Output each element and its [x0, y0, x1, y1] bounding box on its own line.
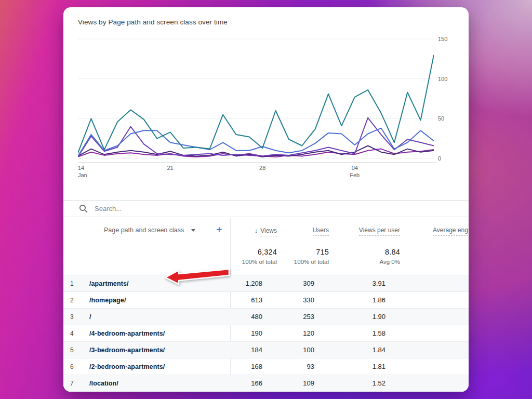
y-axis-tick: 0	[438, 155, 441, 162]
row-users-value: 120	[262, 329, 314, 337]
row-views-per-user-value: 1.81	[314, 363, 385, 370]
row-views-value: 190	[216, 329, 262, 337]
row-views-value: 168	[216, 363, 262, 370]
table-totals-row: 6,324 100% of total 715 100% of total 8.…	[63, 248, 469, 275]
row-page-path: /	[89, 313, 216, 321]
analytics-report-card: Views by Page path and screen class over…	[63, 7, 469, 392]
row-users-value: 330	[262, 296, 314, 304]
row-views-value: 613	[216, 296, 262, 304]
dimension-dropdown-label: Page path and screen class	[104, 227, 184, 234]
row-views-per-user-value: 1.86	[314, 296, 385, 304]
row-page-path: /4-bedroom-apartments/	[89, 330, 216, 337]
row-users-value: 100	[262, 346, 314, 354]
row-index: 2	[63, 297, 89, 304]
row-page-path: /3-bedroom-apartments/	[89, 347, 216, 354]
y-axis-tick: 50	[438, 115, 444, 122]
chart-title: Views by Page path and screen class over…	[78, 18, 228, 26]
column-header-users[interactable]: Users	[313, 227, 329, 234]
row-users-value: 93	[262, 363, 314, 370]
row-index: 7	[63, 380, 89, 387]
row-views-per-user-value: 1.90	[314, 313, 385, 321]
chart-x-axis-line	[78, 162, 436, 163]
x-axis-tick: 14Jan	[78, 164, 87, 179]
row-views-per-user-value: 1.84	[314, 346, 385, 354]
x-axis-tick: 04Feb	[350, 164, 360, 179]
table-body: 1 /apartments/ 1,208 309 3.91 2 /homepag…	[63, 275, 469, 392]
x-axis-tick: 28	[259, 164, 265, 171]
row-page-path: /homepage/	[89, 297, 216, 304]
row-views-value: 166	[216, 379, 262, 387]
table-row[interactable]: 7 /location/ 166 109 1.52	[63, 375, 469, 392]
row-views-value: 480	[216, 313, 262, 321]
table-search-row	[63, 200, 469, 217]
table-row[interactable]: 5 /3-bedroom-apartments/ 184 100 1.84	[63, 342, 469, 358]
row-users-value: 309	[262, 280, 314, 287]
dimension-dropdown[interactable]: Page path and screen class	[104, 227, 195, 234]
row-index: 5	[63, 347, 89, 354]
column-header-average-engagement[interactable]: Average eng	[433, 227, 468, 234]
row-users-value: 109	[262, 379, 314, 387]
row-views-per-user-value: 1.52	[314, 379, 385, 387]
row-views-per-user-value: 1.58	[314, 329, 385, 337]
table-row[interactable]: 1 /apartments/ 1,208 309 3.91	[63, 275, 469, 292]
row-index: 1	[63, 280, 89, 287]
chart-series-apartments	[78, 55, 434, 153]
column-header-views-per-user[interactable]: Views per user	[359, 227, 400, 234]
row-index: 3	[63, 313, 89, 321]
row-page-path: /location/	[89, 380, 216, 387]
add-column-button[interactable]: +	[213, 223, 225, 237]
totals-views-per-user: 8.84 Avg 0%	[380, 248, 400, 265]
chart-canvas	[78, 37, 434, 162]
table-row[interactable]: 6 /2-bedroom-apartments/ 168 93 1.81	[63, 358, 469, 375]
table-row[interactable]: 3 / 480 253 1.90	[63, 309, 469, 325]
row-page-path: /apartments/	[89, 280, 216, 287]
row-users-value: 253	[262, 313, 314, 321]
chevron-down-icon	[191, 229, 195, 232]
row-index: 4	[63, 330, 89, 337]
table-row[interactable]: 4 /4-bedroom-apartments/ 190 120 1.58	[63, 325, 469, 342]
search-input[interactable]	[95, 205, 302, 212]
row-views-value: 184	[216, 346, 262, 354]
row-page-path: /2-bedroom-apartments/	[89, 363, 216, 370]
x-axis-tick: 21	[167, 164, 173, 171]
views-line-chart	[78, 37, 434, 162]
search-icon	[79, 204, 88, 213]
sort-descending-icon: ↓	[255, 227, 258, 234]
y-axis-tick: 150	[438, 36, 447, 42]
y-axis-tick: 100	[438, 76, 447, 82]
totals-users: 715 100% of total	[294, 248, 329, 265]
table-header-row: Page path and screen class + ↓Views User…	[63, 217, 469, 246]
row-views-per-user-value: 3.91	[314, 280, 385, 287]
table-row[interactable]: 2 /homepage/ 613 330 1.86	[63, 292, 469, 309]
row-index: 6	[63, 363, 89, 370]
column-header-views[interactable]: ↓Views	[255, 227, 277, 234]
row-views-value: 1,208	[216, 280, 262, 287]
totals-views: 6,324 100% of total	[242, 248, 277, 265]
